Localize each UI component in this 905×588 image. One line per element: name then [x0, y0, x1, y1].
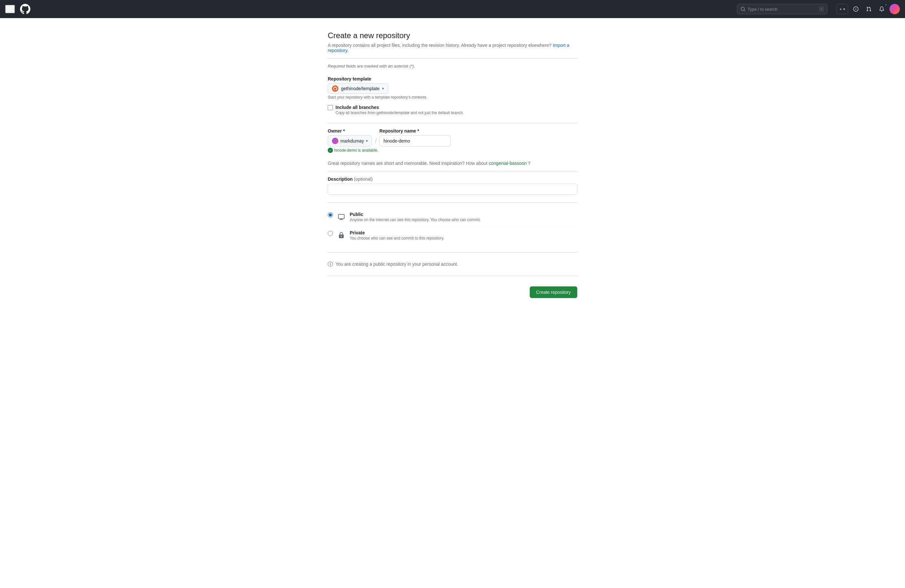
template-hint: Start your repository with a template re…: [328, 95, 577, 100]
create-repository-button[interactable]: Create repository: [530, 286, 577, 298]
public-option: Public Anyone on the internet can see th…: [328, 208, 577, 226]
inspiration-suffix: ?: [528, 161, 530, 166]
inspiration-prefix: Great repository names are short and mem…: [328, 161, 487, 166]
public-desc: Anyone on the internet can see this repo…: [350, 218, 481, 222]
user-avatar[interactable]: [889, 4, 900, 14]
monitor-icon: [336, 212, 346, 222]
owner-repo-section: Owner * markdumay ▾ / Repository name * …: [328, 128, 577, 153]
subtitle-text: A repository contains all project files,…: [328, 43, 551, 48]
include-branches-hint: Copy all branches from gethinode/templat…: [335, 111, 464, 115]
page-subtitle: A repository contains all project files,…: [328, 43, 577, 53]
available-message: ✓ hinode-demo is available.: [328, 148, 577, 153]
lock-icon: [336, 230, 346, 240]
pullrequests-button[interactable]: [864, 4, 874, 14]
private-radio[interactable]: [328, 231, 333, 236]
main-content: Create a new repository A repository con…: [0, 0, 905, 588]
header-search-area: Type / to search /: [737, 4, 827, 14]
description-section: Description (optional): [328, 176, 577, 195]
public-radio[interactable]: [328, 212, 333, 218]
repo-name-section: Repository name *: [379, 128, 451, 146]
private-title: Private: [350, 230, 444, 235]
divider-1: [328, 58, 577, 59]
divider-5: [328, 252, 577, 253]
visibility-section: Public Anyone on the internet can see th…: [328, 208, 577, 245]
header-actions: + ▾: [837, 4, 900, 14]
required-note: Required fields are marked with an aster…: [328, 64, 577, 68]
description-label: Description (optional): [328, 176, 373, 182]
private-option: Private You choose who can see and commi…: [328, 226, 577, 245]
slash-separator: /: [375, 135, 377, 146]
divider-4: [328, 202, 577, 203]
inspiration-text: Great repository names are short and mem…: [328, 161, 577, 166]
repo-name-label: Repository name *: [379, 128, 451, 133]
search-placeholder-text: Type / to search: [748, 7, 817, 12]
template-icon: [332, 85, 338, 92]
site-header: Type / to search / + ▾: [0, 0, 905, 18]
form-container: Create a new repository A repository con…: [320, 18, 585, 318]
public-label-group[interactable]: Public Anyone on the internet can see th…: [350, 212, 481, 222]
notification-dot: [884, 3, 887, 6]
private-label-group[interactable]: Private You choose who can see and commi…: [350, 230, 444, 240]
avatar-image: [889, 4, 900, 14]
page-title: Create a new repository: [328, 31, 577, 40]
description-label-text: Description: [328, 176, 352, 182]
owner-chevron-icon: ▾: [366, 139, 368, 143]
template-dropdown[interactable]: gethinode/template ▾: [328, 83, 388, 94]
template-section: Repository template gethinode/template ▾…: [328, 76, 577, 115]
pullrequest-icon: [866, 6, 872, 12]
search-icon: [740, 6, 746, 12]
owner-repo-row: Owner * markdumay ▾ / Repository name *: [328, 128, 577, 146]
search-slash-hint: /: [819, 6, 824, 12]
info-icon: i: [328, 262, 333, 267]
info-text: You are creating a public repository in …: [335, 262, 458, 267]
notifications-button[interactable]: [876, 4, 887, 14]
hamburger-menu[interactable]: [5, 5, 15, 13]
create-new-button[interactable]: + ▾: [837, 4, 848, 14]
description-optional-text: (optional): [354, 176, 373, 182]
github-logo[interactable]: [20, 4, 30, 14]
divider-6: [328, 276, 577, 276]
include-branches-label-group: Include all branches Copy all branches f…: [335, 105, 464, 115]
plus-icon: +: [839, 6, 842, 12]
bell-icon: [879, 6, 884, 12]
issues-button[interactable]: [851, 4, 861, 14]
public-title: Public: [350, 212, 481, 217]
template-label: Repository template: [328, 76, 577, 81]
private-desc: You choose who can see and commit to thi…: [350, 236, 444, 240]
issues-icon: [853, 6, 859, 12]
available-text: hinode-demo is available.: [334, 148, 378, 153]
description-input[interactable]: [328, 184, 577, 195]
owner-avatar: [332, 138, 338, 144]
dropdown-chevron-icon: ▾: [843, 7, 845, 11]
divider-2: [328, 123, 577, 123]
chevron-down-icon: ▾: [382, 86, 384, 91]
owner-selected-text: markdumay: [340, 138, 364, 143]
template-selected-text: gethinode/template: [341, 86, 379, 91]
check-circle-icon: ✓: [328, 148, 333, 153]
suggestion-link[interactable]: congenial-bassoon: [489, 161, 527, 166]
include-branches-row: Include all branches Copy all branches f…: [328, 105, 577, 115]
include-branches-checkbox[interactable]: [328, 105, 333, 110]
create-button-row: Create repository: [328, 281, 577, 298]
search-box[interactable]: Type / to search /: [737, 4, 827, 14]
include-branches-label[interactable]: Include all branches: [335, 105, 379, 110]
owner-label: Owner *: [328, 128, 372, 133]
owner-dropdown[interactable]: markdumay ▾: [328, 135, 372, 146]
info-box: i You are creating a public repository i…: [328, 257, 577, 270]
owner-section: Owner * markdumay ▾: [328, 128, 372, 146]
repo-name-input[interactable]: [379, 135, 451, 146]
